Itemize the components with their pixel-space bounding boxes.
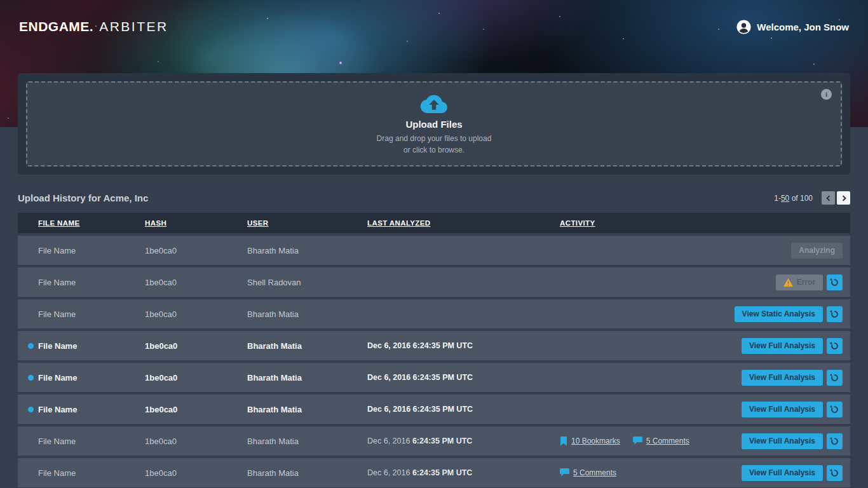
activity-cell: 10 Bookmarks5 Comments (560, 437, 742, 446)
user-cell: Shell Radovan (247, 278, 367, 287)
brand-name: ENDGAME. (19, 19, 93, 34)
view-analysis-button[interactable]: View Full Analysis (742, 338, 823, 354)
last-analyzed-cell: Dec 6, 2016 6:24:35 PM UTC (367, 405, 560, 414)
unread-dot-icon (28, 343, 34, 349)
hash-cell: 1be0ca0 (145, 309, 247, 319)
hash-cell: 1be0ca0 (145, 405, 247, 414)
pagination-range: 1-50 of 100 (774, 194, 813, 203)
file-name-cell: File Name (38, 468, 145, 478)
welcome-text: Welcome, Jon Snow (757, 22, 849, 32)
last-analyzed-cell: Dec 6, 2016 6:24:35 PM UTC (367, 468, 560, 477)
column-user[interactable]: USER (247, 219, 367, 227)
refresh-button[interactable] (827, 465, 843, 481)
comment-icon (633, 437, 642, 445)
file-name-cell: File Name (38, 373, 145, 383)
refresh-button[interactable] (827, 433, 843, 449)
actions-cell: View Full Analysis (742, 338, 843, 354)
table-row: File Name1be0ca0Bharath MatiaDec 6, 2016… (18, 395, 850, 424)
cloud-upload-icon (420, 93, 448, 113)
upload-card: i Upload Files Drag and drop your files … (18, 73, 850, 175)
actions-cell: View Static Analysis (735, 306, 843, 322)
view-analysis-button[interactable]: View Static Analysis (735, 306, 823, 322)
pagination: 1-50 of 100 (774, 191, 850, 205)
last-analyzed-cell: Dec 6, 2016 6:24:35 PM UTC (367, 373, 560, 382)
bookmark-icon (560, 437, 567, 446)
table-row: File Name1be0ca0Bharath MatiaView Static… (18, 299, 850, 329)
view-analysis-button[interactable]: View Full Analysis (742, 465, 823, 481)
chevron-left-icon (825, 194, 832, 202)
table-row: File Name1be0ca0Bharath MatiaDec 6, 2016… (18, 363, 850, 392)
actions-cell: View Full Analysis (742, 465, 843, 481)
comment-icon (560, 468, 569, 477)
user-cell: Bharath Matia (247, 373, 367, 383)
table-row: File Name1be0ca0Bharath MatiaDec 6, 2016… (18, 458, 850, 487)
actions-cell: View Full Analysis (742, 433, 843, 449)
refresh-icon (830, 373, 839, 383)
user-cell: Bharath Matia (247, 405, 367, 414)
file-name-cell: File Name (38, 437, 145, 446)
actions-cell: View Full Analysis (742, 402, 843, 417)
hash-cell: 1be0ca0 (145, 373, 247, 383)
file-name-cell: File Name (38, 278, 145, 287)
comments-link[interactable]: 5 Comments (560, 468, 616, 477)
last-analyzed-cell: Dec 6, 2016 6:24:35 PM UTC (367, 341, 560, 350)
table-row: File Name1be0ca0Bharath MatiaDec 6, 2016… (18, 426, 850, 456)
brand-logo[interactable]: ENDGAME.ARBITER (19, 19, 168, 34)
column-last-analyzed[interactable]: LAST ANALYZED (367, 219, 560, 227)
error-button[interactable]: Error (776, 274, 823, 290)
upload-subtitle: Drag and drop your files to upload or cl… (374, 133, 494, 156)
refresh-icon (830, 309, 839, 319)
next-page-button[interactable] (837, 191, 850, 205)
refresh-button[interactable] (827, 370, 843, 386)
view-analysis-button[interactable]: View Full Analysis (742, 402, 823, 417)
upload-dropzone[interactable]: i Upload Files Drag and drop your files … (26, 81, 842, 166)
user-cell: Bharath Matia (247, 309, 367, 319)
column-file-name[interactable]: FILE NAME (38, 219, 145, 227)
user-cell: Bharath Matia (247, 246, 367, 255)
warning-icon (783, 278, 793, 287)
previous-page-button[interactable] (822, 191, 835, 205)
refresh-icon (830, 468, 839, 478)
refresh-icon (830, 405, 839, 414)
unread-dot-icon (28, 407, 34, 412)
actions-cell: View Full Analysis (742, 370, 843, 386)
refresh-button[interactable] (827, 338, 843, 354)
table-row: File Name1be0ca0Shell RadovanError (18, 268, 850, 297)
hash-cell: 1be0ca0 (145, 341, 247, 351)
activity-cell: 5 Comments (560, 468, 742, 477)
refresh-icon (830, 278, 839, 287)
column-hash[interactable]: HASH (145, 219, 247, 227)
table-body: File Name1be0ca0Bharath MatiaAnalyzingFi… (18, 236, 850, 487)
bookmarks-link[interactable]: 10 Bookmarks (560, 437, 620, 446)
refresh-button[interactable] (827, 402, 843, 417)
page-size-link[interactable]: 50 (781, 194, 789, 203)
view-analysis-button[interactable]: View Full Analysis (742, 433, 823, 449)
refresh-icon (830, 341, 839, 351)
refresh-icon (830, 437, 839, 446)
actions-cell: Analyzing (791, 243, 843, 259)
hash-cell: 1be0ca0 (145, 278, 247, 287)
avatar-icon (736, 20, 751, 34)
user-cell: Bharath Matia (247, 437, 367, 446)
hash-cell: 1be0ca0 (145, 437, 247, 446)
table-row: File Name1be0ca0Bharath MatiaAnalyzing (18, 236, 850, 265)
table-header: FILE NAME HASH USER LAST ANALYZED ACTIVI… (18, 213, 850, 233)
analyzing-button: Analyzing (791, 243, 843, 259)
user-menu[interactable]: Welcome, Jon Snow (736, 20, 849, 34)
comments-link[interactable]: 5 Comments (633, 437, 689, 445)
file-name-cell: File Name (38, 246, 145, 255)
hash-cell: 1be0ca0 (145, 246, 247, 255)
hash-cell: 1be0ca0 (145, 468, 247, 478)
refresh-button[interactable] (827, 274, 843, 290)
refresh-button[interactable] (827, 306, 843, 322)
user-cell: Bharath Matia (247, 468, 367, 478)
unread-dot-icon (28, 375, 34, 381)
view-analysis-button[interactable]: View Full Analysis (742, 370, 823, 386)
actions-cell: Error (776, 274, 843, 290)
history-title: Upload History for Acme, Inc (18, 193, 148, 203)
file-name-cell: File Name (38, 405, 145, 414)
last-analyzed-cell: Dec 6, 2016 6:24:35 PM UTC (367, 437, 560, 445)
info-icon[interactable]: i (821, 89, 832, 100)
file-name-cell: File Name (38, 309, 145, 319)
column-activity[interactable]: ACTIVITY (560, 219, 843, 227)
